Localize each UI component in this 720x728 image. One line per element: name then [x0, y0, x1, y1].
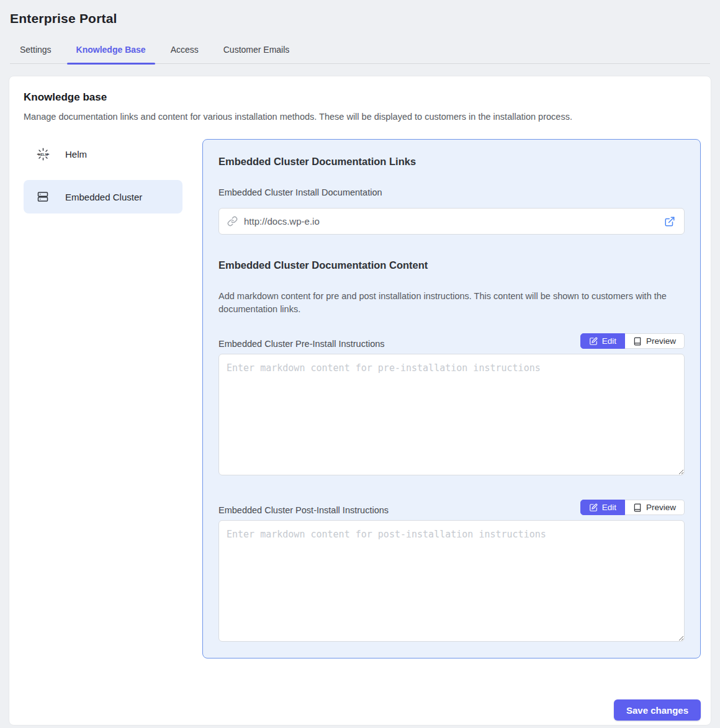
sidebar-item-label: Embedded Cluster — [65, 192, 142, 202]
book-icon — [633, 503, 642, 512]
post-install-label: Embedded Cluster Post-Install Instructio… — [218, 505, 389, 515]
server-icon — [36, 191, 50, 203]
pre-install-edit-button[interactable]: Edit — [580, 333, 625, 349]
page-title: Enterprise Portal — [10, 11, 710, 26]
documentation-content-heading: Embedded Cluster Documentation Content — [218, 259, 685, 271]
pre-install-mode-toggle: Edit Preview — [580, 333, 685, 349]
edit-button-label: Edit — [602, 336, 616, 346]
post-install-preview-button[interactable]: Preview — [625, 500, 685, 515]
sidebar-item-label: Helm — [65, 149, 87, 160]
post-install-edit-button[interactable]: Edit — [580, 500, 625, 515]
external-link-icon[interactable] — [664, 216, 675, 227]
knowledge-base-card: Knowledge base Manage documentation link… — [9, 76, 711, 726]
svg-text:HELM: HELM — [38, 152, 48, 156]
sidebar-item-helm[interactable]: HELM Helm — [24, 139, 182, 169]
install-doc-field — [218, 208, 685, 235]
post-install-mode-toggle: Edit Preview — [580, 500, 685, 515]
pre-install-preview-button[interactable]: Preview — [625, 333, 685, 349]
tab-customer-emails[interactable]: Customer Emails — [214, 38, 299, 63]
tab-settings[interactable]: Settings — [11, 38, 61, 63]
app-header: Enterprise Portal — [0, 0, 720, 26]
tab-bar: Settings Knowledge Base Access Customer … — [10, 38, 710, 64]
helm-icon: HELM — [36, 148, 50, 161]
embedded-cluster-panel: Embedded Cluster Documentation Links Emb… — [202, 139, 701, 658]
preview-button-label: Preview — [646, 503, 676, 512]
install-method-nav: HELM Helm Embedded Cluster — [24, 139, 182, 225]
pre-install-textarea[interactable] — [218, 354, 685, 475]
edit-pencil-icon — [589, 503, 598, 512]
install-doc-url-input[interactable] — [244, 216, 664, 227]
card-description: Manage documentation links and content f… — [24, 112, 701, 122]
post-install-textarea[interactable] — [218, 520, 685, 642]
tab-access[interactable]: Access — [161, 38, 208, 63]
sidebar-item-embedded-cluster[interactable]: Embedded Cluster — [24, 180, 182, 213]
preview-button-label: Preview — [646, 336, 676, 346]
edit-pencil-icon — [589, 337, 598, 346]
documentation-content-description: Add markdown content for pre and post in… — [218, 290, 685, 316]
pre-install-label: Embedded Cluster Pre-Install Instruction… — [218, 339, 385, 349]
chain-link-icon — [227, 216, 238, 227]
tab-knowledge-base[interactable]: Knowledge Base — [67, 38, 155, 63]
install-doc-label: Embedded Cluster Install Documentation — [218, 187, 685, 197]
save-changes-button[interactable]: Save changes — [614, 699, 701, 721]
book-icon — [633, 337, 642, 346]
edit-button-label: Edit — [602, 503, 616, 512]
card-heading: Knowledge base — [24, 91, 701, 104]
documentation-links-heading: Embedded Cluster Documentation Links — [218, 156, 685, 168]
